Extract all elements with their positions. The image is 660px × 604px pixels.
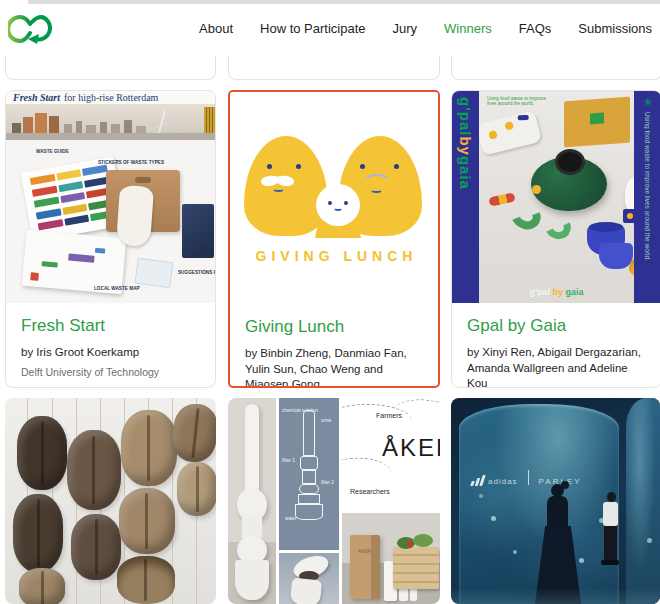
card-text: Giving Lunch by Binbin Zheng, Danmiao Fa… <box>230 304 438 388</box>
diagram-mid2 <box>298 494 320 504</box>
column-mid <box>242 518 262 538</box>
tomato <box>407 541 413 547</box>
pod-shape <box>119 488 175 554</box>
banner-title: Fresh Start <box>13 92 60 103</box>
box-handle <box>135 177 151 183</box>
window-top-strip <box>28 0 660 4</box>
label-farmers: Farmers <box>376 412 402 419</box>
word-by: by <box>457 136 474 156</box>
card-adidas-parley[interactable]: adidas PARLEY <box>451 398 660 604</box>
ceramic-joint-photo <box>279 553 339 604</box>
brand-separator <box>528 470 529 485</box>
circular-design-logo[interactable] <box>8 12 54 52</box>
card-aker-collage[interactable]: chemical solution urine filter 1 filter … <box>228 398 440 604</box>
pod-shape <box>67 430 121 510</box>
label-researchers: Researchers <box>350 488 390 495</box>
column-base <box>235 560 269 600</box>
word-gpal: g'pal <box>529 287 550 297</box>
photo-tagline: Using food waste to improve lives around… <box>487 96 551 105</box>
building-shape <box>124 120 132 133</box>
blue-cup <box>599 243 633 269</box>
previous-card-stub[interactable] <box>228 56 440 80</box>
wooden-crate <box>393 547 439 589</box>
column-neck <box>245 404 259 492</box>
main-nav: About How to Participate Jury Winners FA… <box>199 0 652 56</box>
nav-jury[interactable]: Jury <box>393 21 418 36</box>
pod-shape-open <box>117 556 175 604</box>
card-giving-lunch-selected[interactable]: GIVING LUNCH Giving Lunch by Binbin Zhen… <box>228 90 440 388</box>
light-dot <box>513 550 517 554</box>
project-title[interactable]: Giving Lunch <box>245 317 423 337</box>
light-dot <box>647 538 652 543</box>
bag-logo: ÅKER <box>358 549 371 554</box>
label-filter1: filter 1 <box>282 458 295 463</box>
person2-pants <box>604 526 617 562</box>
person2-shoes <box>601 560 619 565</box>
lamp-base <box>623 209 634 223</box>
building-shape <box>49 116 59 133</box>
floor-reflection <box>451 588 660 604</box>
label-urine: urine <box>321 418 331 423</box>
fresh-start-banner: Fresh Startfor high-rise Rotterdam <box>6 91 215 104</box>
word-gaia: gaia <box>566 287 584 297</box>
poster-bottom-wordmark: g'pal by gaia <box>479 287 634 297</box>
ceramic-column-photo <box>228 398 276 604</box>
card-gpal-by-gaia[interactable]: g'palbygaia ✳ Using food waste to improv… <box>451 90 660 388</box>
pod-shape <box>121 410 177 486</box>
diagram-neck <box>303 410 315 456</box>
nav-winners[interactable]: Winners <box>444 21 492 36</box>
sticker-chip <box>34 197 59 208</box>
map-mark <box>30 272 39 281</box>
map-mark <box>95 248 105 254</box>
card-felt-pods[interactable] <box>5 398 216 604</box>
label-map: LOCAL WASTE MAP <box>94 286 140 291</box>
previous-card-stub[interactable] <box>5 56 216 80</box>
yellow-button <box>627 213 633 219</box>
card-text: Fresh Start by Iris Groot Koerkamp Delft… <box>6 303 215 378</box>
green-tube-arc <box>507 198 545 234</box>
green-tube-arc <box>542 211 575 242</box>
pod-shape <box>170 402 216 464</box>
label-water: water <box>285 516 296 521</box>
nav-submissions[interactable]: Submissions <box>578 21 652 36</box>
gpal-product-photo: Using food waste to improve lives around… <box>479 91 634 303</box>
pod-shape <box>177 462 216 516</box>
word-gaia: gaia <box>457 156 474 190</box>
building-shape <box>35 113 47 133</box>
aker-logo: ÅKER <box>382 434 440 462</box>
sticker-chip <box>36 208 61 219</box>
building-shape <box>12 123 21 133</box>
project-institution: Delft University of Technology <box>21 366 200 378</box>
eye-dot <box>267 164 272 169</box>
word-by: by <box>553 287 564 297</box>
joint-bottom <box>290 578 323 604</box>
project-title[interactable]: Gpal by Gaia <box>467 316 646 336</box>
nav-faqs[interactable]: FAQs <box>519 21 552 36</box>
local-waste-map-page <box>22 230 127 295</box>
sticker-chip <box>64 215 90 226</box>
site-header: About How to Participate Jury Winners FA… <box>0 0 660 56</box>
poster-left-band: g'palbygaia <box>452 91 479 303</box>
aker-packaging-photo: ÅKER <box>342 513 440 604</box>
nav-about[interactable]: About <box>199 21 233 36</box>
adidas-stripes-icon <box>471 475 484 486</box>
map-mark <box>42 261 58 267</box>
nav-how-to-participate[interactable]: How to Participate <box>260 21 366 36</box>
project-title[interactable]: Fresh Start <box>21 316 200 336</box>
giving-lunch-wordmark: GIVING LUNCH <box>230 248 438 264</box>
vegetable-greens <box>413 534 433 547</box>
banner-subtitle: for high-rise Rotterdam <box>64 92 158 103</box>
capsule-piece <box>488 192 515 206</box>
yellow-knob <box>504 121 514 131</box>
card-fresh-start[interactable]: Fresh Startfor high-rise Rotterdam <box>5 90 216 388</box>
label-waste-guide: WASTE GUIDE <box>36 149 69 154</box>
previous-card-stub[interactable] <box>451 56 660 80</box>
sticker-chip <box>32 185 57 196</box>
light-dot <box>491 516 496 521</box>
building-shape <box>64 124 72 133</box>
yellow-button <box>532 185 541 194</box>
building-shape <box>23 117 33 133</box>
sticker-chip <box>56 169 82 180</box>
diagram-ring <box>299 484 319 494</box>
asterisk-icon: ✳ <box>634 96 660 109</box>
